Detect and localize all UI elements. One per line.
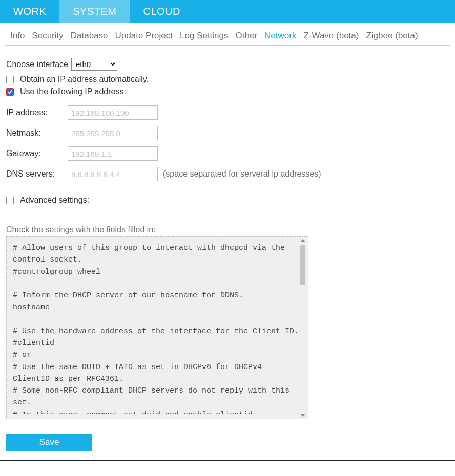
scrollbar[interactable] (299, 239, 307, 417)
advanced-label: Advanced settings: (20, 196, 89, 205)
dns-input[interactable] (68, 167, 158, 181)
subnav-update-project[interactable]: Update Project (115, 31, 173, 41)
gateway-label: Gateway: (6, 149, 68, 158)
subnav-network[interactable]: Network (264, 31, 296, 41)
subnav-info[interactable]: Info (10, 31, 25, 41)
gateway-input[interactable] (68, 146, 158, 161)
dhcp-static-label: Use the following IP address: (20, 87, 126, 96)
footer-divider (0, 460, 455, 461)
interface-label: Choose interface (6, 60, 68, 69)
subnav-database[interactable]: Database (71, 31, 108, 41)
ip-label: IP address: (6, 108, 68, 117)
sub-nav: Info Security Database Update Project Lo… (5, 23, 450, 46)
netmask-input[interactable] (68, 126, 158, 140)
network-settings-panel: Choose interface eth0 Obtain an IP addre… (0, 46, 455, 457)
subnav-zwave[interactable]: Z-Wave (beta) (303, 31, 359, 41)
dhcp-auto-label: Obtain an IP address automatically. (20, 75, 149, 84)
top-tab-cloud[interactable]: CLOUD (130, 0, 194, 23)
advanced-checkbox[interactable] (6, 197, 14, 204)
subnav-security[interactable]: Security (32, 31, 63, 41)
config-preview: # Allow users of this group to interact … (6, 236, 308, 419)
dns-hint: (space separated for serveral ip address… (163, 169, 321, 179)
scroll-down-icon[interactable] (300, 414, 305, 417)
scroll-thumb[interactable] (300, 245, 305, 285)
dns-label: DNS servers: (6, 169, 68, 179)
interface-select[interactable]: eth0 (71, 58, 117, 71)
subnav-other[interactable]: Other (236, 31, 258, 41)
top-tab-work[interactable]: WORK (0, 0, 59, 23)
top-nav: WORK SYSTEM CLOUD (0, 0, 455, 23)
config-text[interactable]: # Allow users of this group to interact … (13, 242, 303, 414)
dhcp-static-checkbox[interactable] (6, 88, 14, 96)
dhcp-auto-checkbox[interactable] (6, 76, 14, 83)
scroll-up-icon[interactable] (300, 239, 305, 242)
ip-input[interactable] (68, 105, 158, 120)
netmask-label: Netmask: (6, 128, 68, 138)
top-tab-system[interactable]: SYSTEM (59, 0, 130, 23)
subnav-log-settings[interactable]: Log Settings (180, 31, 229, 41)
subnav-zigbee[interactable]: Zigbee (beta) (366, 31, 418, 41)
save-button[interactable]: Save (6, 434, 92, 451)
preview-label: Check the settings with the fields fille… (6, 225, 449, 234)
